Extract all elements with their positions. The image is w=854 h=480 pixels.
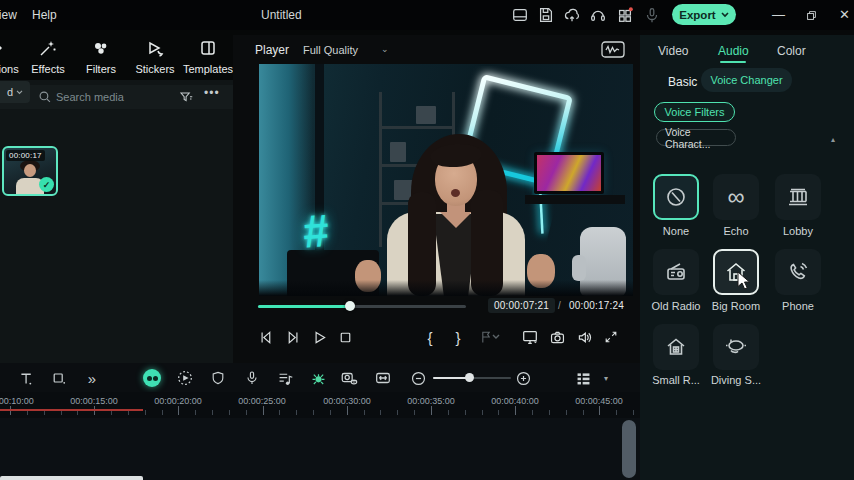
clip-duration-badge: 00:00:17 [6, 150, 45, 161]
effect-card-old-radio[interactable] [653, 249, 699, 295]
ribbon-item-filters[interactable]: Filters [73, 36, 129, 75]
apps-grid-icon[interactable] [616, 6, 634, 24]
voice-filters-button[interactable]: Voice Filters [654, 102, 735, 122]
clip-added-check-icon: ✓ [39, 177, 54, 192]
overlay-tool[interactable] [49, 368, 69, 388]
next-frame-button[interactable] [283, 327, 303, 347]
effect-card-diving[interactable] [713, 324, 759, 370]
mark-in-button[interactable]: { [420, 327, 440, 347]
stop-button[interactable] [335, 327, 355, 347]
audio-meter-icon[interactable] [601, 41, 625, 58]
timeline-vertical-scrollbar[interactable] [622, 420, 636, 478]
volume-button[interactable] [574, 327, 594, 347]
text-tool[interactable] [16, 368, 36, 388]
ribbon-item-transitions[interactable]: Transitions [0, 36, 22, 75]
keyframe-animation-tool[interactable] [175, 368, 195, 388]
headset-icon[interactable] [589, 6, 607, 24]
ai-mask-tool[interactable] [142, 368, 162, 388]
progress-handle[interactable] [345, 301, 355, 311]
minimize-button[interactable]: — [772, 7, 785, 22]
effect-card-lobby[interactable] [775, 174, 821, 220]
menu-help[interactable]: Help [32, 8, 57, 22]
video-editor-app: View Help Untitled Export — ✕ Transiti [0, 0, 854, 480]
effect-card-echo[interactable]: ∞ [713, 174, 759, 220]
record-voiceover-tool[interactable] [242, 368, 262, 388]
tab-video[interactable]: Video [658, 44, 688, 58]
subtab-voice-changer[interactable]: Voice Changer [701, 68, 792, 92]
total-timecode: 00:00:17:24 [569, 300, 624, 311]
shield-tool[interactable] [208, 368, 228, 388]
menu-view[interactable]: View [0, 8, 17, 22]
media-search-bar: ••• [0, 85, 233, 109]
zoom-slider-handle[interactable] [465, 373, 474, 382]
player-label: Player [255, 43, 289, 57]
filter-funnel-icon[interactable] [178, 90, 193, 105]
active-tab-underline [720, 61, 746, 63]
current-timecode: 00:00:07:21 [488, 298, 555, 313]
big-room-icon [724, 260, 748, 284]
preview-snapshot-tool[interactable] [339, 368, 359, 388]
fit-timeline-tool[interactable] [373, 368, 393, 388]
track-manager-button[interactable] [573, 368, 593, 388]
snapshot-button[interactable] [547, 327, 567, 347]
lobby-icon [786, 185, 810, 209]
export-label: Export [679, 9, 715, 21]
play-button[interactable] [309, 327, 329, 347]
more-tools-button[interactable]: » [82, 368, 102, 388]
zoom-out-button[interactable] [408, 368, 428, 388]
background-monitor [534, 152, 604, 194]
voice-character-dropdown[interactable]: Voice Charact... [656, 129, 736, 146]
timeline-clip[interactable] [0, 476, 143, 480]
video-preview[interactable]: # [259, 64, 633, 296]
media-type-dropdown[interactable]: d [0, 81, 30, 103]
audio-bug-tool[interactable] [308, 368, 328, 388]
track-manager-arrow-icon[interactable]: ▾ [596, 368, 616, 388]
transitions-icon [0, 36, 22, 60]
fullscreen-button[interactable] [601, 327, 621, 347]
save-icon[interactable] [537, 6, 555, 24]
chevron-down-icon: ⌄ [381, 44, 389, 54]
zoom-in-button[interactable] [513, 368, 533, 388]
export-button[interactable]: Export [672, 4, 736, 25]
microphone-icon[interactable] [643, 6, 661, 24]
subtab-basic[interactable]: Basic [668, 75, 697, 89]
window-title: Untitled [261, 8, 302, 22]
ai-mask-icon [143, 369, 161, 387]
quality-dropdown[interactable]: Full Quality [303, 44, 358, 56]
search-input[interactable] [56, 87, 174, 107]
layout-panel-icon[interactable] [511, 6, 529, 24]
cloud-upload-icon[interactable] [563, 6, 581, 24]
effect-card-small-room[interactable] [653, 324, 699, 370]
effect-card-big-room[interactable] [713, 249, 759, 295]
player-panel: Player Full Quality ⌄ [233, 35, 640, 363]
tab-audio[interactable]: Audio [718, 44, 749, 58]
chevron-down-icon [16, 90, 23, 95]
flag-chevron-icon[interactable] [491, 327, 501, 347]
effects-icon [20, 36, 76, 60]
small-room-icon [664, 335, 688, 359]
media-clip-thumbnail[interactable]: 00:00:17 ✓ [2, 146, 58, 196]
more-dots-icon[interactable]: ••• [204, 86, 220, 100]
filters-icon [73, 36, 129, 60]
display-device-button[interactable] [520, 327, 540, 347]
close-button[interactable]: ✕ [839, 7, 850, 22]
mark-out-button[interactable]: } [448, 327, 468, 347]
hash-neon-sign: # [301, 203, 330, 259]
search-icon [38, 90, 52, 104]
ribbon-item-templates[interactable]: Templates [180, 36, 236, 75]
diving-mask-icon [724, 335, 748, 359]
ribbon-item-effects[interactable]: Effects [20, 36, 76, 75]
maximize-button[interactable] [805, 7, 818, 22]
panel-collapse-arrow-icon[interactable]: ▴ [831, 135, 835, 144]
timeline-ruler[interactable]: 00:00:10:00 00:00:15:00 00:00:20:00 00:0… [0, 392, 640, 418]
tab-color[interactable]: Color [777, 44, 806, 58]
playback-progress-bar[interactable] [258, 305, 466, 308]
ribbon-item-stickers[interactable]: Stickers [127, 36, 183, 75]
effect-card-none[interactable] [653, 174, 699, 220]
audio-list-tool[interactable] [275, 368, 295, 388]
templates-icon [180, 36, 236, 60]
effect-card-phone[interactable] [775, 249, 821, 295]
previous-frame-button[interactable] [255, 327, 275, 347]
titlebar: View Help Untitled Export — ✕ [0, 0, 854, 30]
timeline-tracks-area[interactable] [0, 418, 640, 480]
